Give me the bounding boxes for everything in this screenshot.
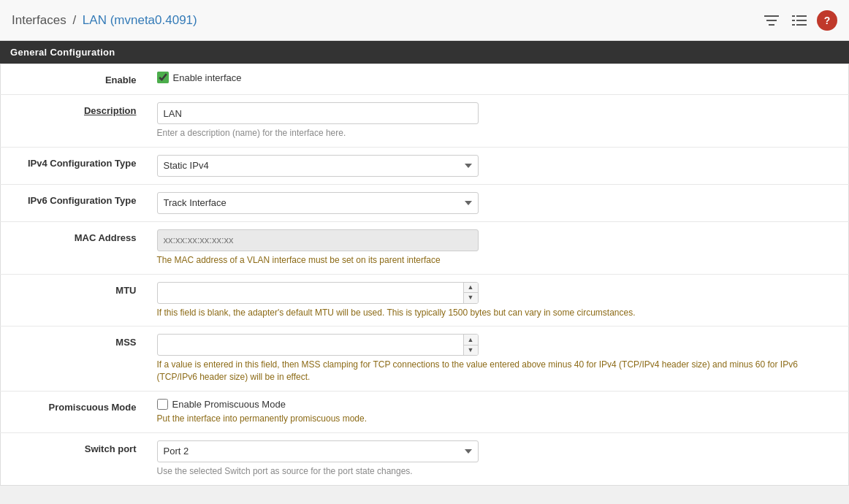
form-table: Enable Enable interface Description Ente… (0, 64, 849, 486)
enable-checkbox-label: Enable interface (173, 72, 242, 83)
filter-icon-button[interactable] (761, 10, 782, 31)
mtu-input-wrap: ▲ ▼ (157, 282, 479, 304)
ipv4-config-label: IPv4 Configuration Type (1, 147, 147, 184)
mac-address-label: MAC Address (1, 221, 147, 274)
ipv4-config-field: Static IPv4 None DHCP PPP PPPOE (147, 147, 849, 184)
enable-row: Enable Enable interface (1, 64, 849, 95)
ipv6-config-label: IPv6 Configuration Type (1, 184, 147, 221)
mtu-label: MTU (1, 274, 147, 327)
description-hint: Enter a description (name) for the inter… (157, 127, 839, 140)
svg-rect-3 (792, 15, 795, 17)
mtu-input[interactable] (157, 282, 479, 304)
mss-field: ▲ ▼ If a value is entered in this field,… (147, 327, 849, 392)
mtu-hint: If this field is blank, the adapter's de… (157, 307, 839, 319)
switch-port-select[interactable]: Port 1 Port 2 Port 3 Port 4 (157, 440, 479, 462)
enable-checkbox[interactable] (157, 72, 169, 83)
mss-hint: If a value is entered in this field, the… (157, 359, 839, 383)
switch-port-row: Switch port Port 1 Port 2 Port 3 Port 4 … (1, 432, 849, 485)
promiscuous-mode-label: Promiscuous Mode (1, 391, 147, 432)
mtu-spinner: ▲ ▼ (463, 283, 478, 303)
mac-address-field: The MAC address of a VLAN interface must… (147, 221, 849, 274)
breadcrumb-static: Interfaces (12, 13, 66, 27)
ipv6-config-field: Track Interface None Static IPv6 DHCPv6 … (147, 184, 849, 221)
enable-field: Enable interface (147, 64, 849, 95)
ipv4-config-row: IPv4 Configuration Type Static IPv4 None… (1, 147, 849, 184)
content-area: General Configuration Enable Enable inte… (0, 41, 849, 486)
ipv4-config-select[interactable]: Static IPv4 None DHCP PPP PPPOE (157, 155, 479, 177)
description-row: Description Enter a description (name) f… (1, 95, 849, 148)
mtu-row: MTU ▲ ▼ If this field is blank, the adap… (1, 274, 849, 327)
description-field: Enter a description (name) for the inter… (147, 95, 849, 148)
svg-rect-4 (796, 15, 807, 17)
mss-spinner: ▲ ▼ (463, 335, 478, 355)
top-bar: Interfaces / LAN (mvneta0.4091) ? (0, 0, 849, 41)
list-icon (792, 15, 807, 26)
mac-address-input[interactable] (157, 229, 479, 251)
mss-label: MSS (1, 327, 147, 392)
svg-rect-8 (796, 24, 807, 26)
promiscuous-mode-checkbox-label: Enable Promiscuous Mode (172, 399, 286, 410)
mss-decrement-button[interactable]: ▼ (464, 345, 478, 356)
mac-address-row: MAC Address The MAC address of a VLAN in… (1, 221, 849, 274)
mtu-field: ▲ ▼ If this field is blank, the adapter'… (147, 274, 849, 327)
section-title: General Configuration (10, 47, 115, 58)
mss-input[interactable] (157, 334, 479, 356)
filter-icon (764, 15, 779, 26)
mtu-increment-button[interactable]: ▲ (464, 283, 478, 294)
breadcrumb: Interfaces / LAN (mvneta0.4091) (12, 13, 197, 28)
svg-rect-5 (792, 20, 795, 21)
switch-port-hint: Use the selected Switch port as source f… (157, 465, 839, 478)
mac-address-hint: The MAC address of a VLAN interface must… (157, 254, 839, 267)
switch-port-label: Switch port (1, 432, 147, 485)
promiscuous-mode-hint: Put the interface into permanently promi… (157, 413, 839, 425)
promiscuous-mode-checkbox-wrap: Enable Promiscuous Mode (157, 399, 839, 410)
description-label: Description (1, 95, 147, 148)
help-icon-button[interactable]: ? (817, 10, 837, 31)
promiscuous-mode-field: Enable Promiscuous Mode Put the interfac… (147, 391, 849, 432)
mss-row: MSS ▲ ▼ If a value is entered in this fi… (1, 327, 849, 392)
switch-port-field: Port 1 Port 2 Port 3 Port 4 Use the sele… (147, 432, 849, 485)
mss-input-wrap: ▲ ▼ (157, 334, 479, 356)
promiscuous-mode-row: Promiscuous Mode Enable Promiscuous Mode… (1, 391, 849, 432)
top-icon-group: ? (761, 10, 837, 31)
mtu-decrement-button[interactable]: ▼ (464, 293, 478, 303)
enable-label: Enable (1, 64, 147, 95)
description-input[interactable] (157, 102, 479, 124)
section-header: General Configuration (0, 41, 849, 64)
help-icon: ? (824, 15, 831, 26)
enable-checkbox-wrap: Enable interface (157, 72, 839, 83)
breadcrumb-current: LAN (mvneta0.4091) (83, 13, 197, 27)
ipv6-config-select[interactable]: Track Interface None Static IPv6 DHCPv6 … (157, 192, 479, 214)
list-icon-button[interactable] (789, 10, 810, 31)
ipv6-config-row: IPv6 Configuration Type Track Interface … (1, 184, 849, 221)
svg-rect-7 (792, 24, 795, 26)
mss-increment-button[interactable]: ▲ (464, 335, 478, 345)
svg-rect-6 (796, 20, 807, 21)
breadcrumb-separator: / (72, 13, 76, 27)
promiscuous-mode-checkbox[interactable] (157, 399, 168, 410)
